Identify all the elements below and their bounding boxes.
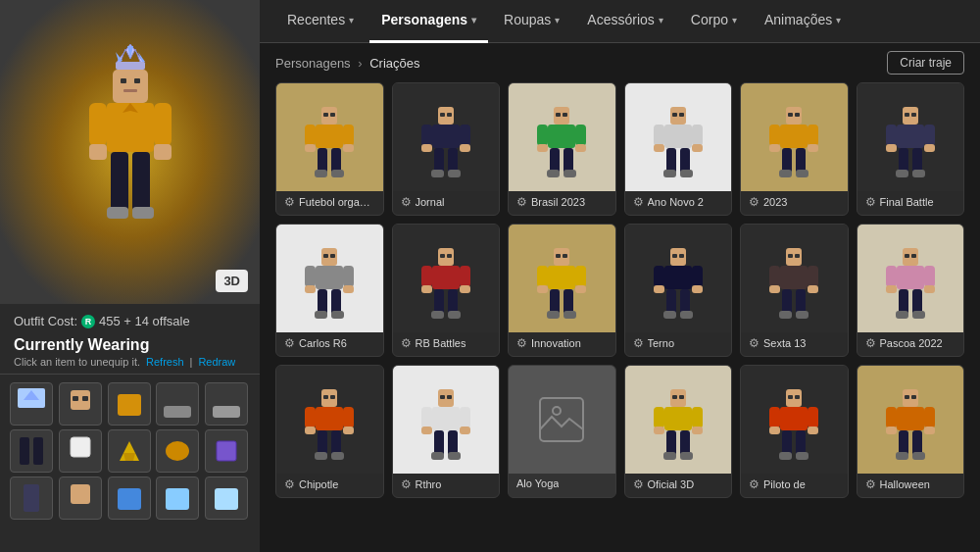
- chevron-down-icon: ▾: [732, 15, 737, 25]
- svg-rect-103: [886, 144, 897, 152]
- char-info: ⚙Pascoa 2022: [858, 332, 964, 356]
- svg-rect-220: [788, 395, 793, 399]
- char-card-jornal[interactable]: ⚙Jornal: [392, 82, 501, 216]
- item-slot[interactable]: [59, 429, 102, 473]
- char-name: RB Battles: [416, 337, 466, 349]
- char-thumbnail: [625, 225, 732, 332]
- svg-rect-5: [113, 70, 148, 103]
- svg-rect-187: [305, 427, 316, 434]
- item-slot[interactable]: [156, 477, 199, 520]
- svg-rect-59: [431, 170, 444, 177]
- refresh-link[interactable]: Refresh: [146, 356, 184, 368]
- svg-rect-89: [769, 125, 780, 146]
- breadcrumb-separator: ›: [358, 56, 366, 71]
- item-slot[interactable]: [59, 477, 102, 520]
- gear-icon[interactable]: ⚙: [516, 336, 527, 350]
- chevron-down-icon: ▾: [349, 15, 354, 25]
- gear-icon[interactable]: ⚙: [633, 195, 644, 209]
- char-info: ⚙Oficial 3D: [625, 474, 732, 497]
- svg-rect-90: [808, 125, 818, 146]
- gear-icon[interactable]: ⚙: [633, 336, 644, 350]
- svg-rect-198: [460, 407, 470, 428]
- char-card-chipotle[interactable]: ⚙Chipotle: [275, 365, 384, 498]
- svg-rect-150: [692, 266, 703, 287]
- svg-rect-179: [896, 311, 908, 319]
- gear-icon[interactable]: ⚙: [516, 195, 527, 209]
- svg-rect-78: [692, 125, 703, 146]
- char-card-oficial3d[interactable]: ⚙Oficial 3D: [624, 365, 733, 498]
- nav-item-animacoes[interactable]: Animações ▾: [753, 0, 853, 43]
- breadcrumb-bar: Personagens › Criações Criar traje: [260, 43, 980, 82]
- item-slot[interactable]: [10, 429, 53, 473]
- char-card-sexta13[interactable]: ⚙Sexta 13: [740, 224, 849, 357]
- item-slot[interactable]: [10, 382, 53, 426]
- gear-icon[interactable]: ⚙: [633, 477, 644, 491]
- item-slot[interactable]: [156, 429, 199, 473]
- char-card-pilotoDe[interactable]: ⚙Piloto de: [740, 365, 849, 498]
- char-card-aloYoga[interactable]: Alo Yoga: [508, 365, 616, 498]
- gear-icon[interactable]: ⚙: [284, 195, 295, 209]
- char-card-futebol[interactable]: ⚙Futebol organizac...: [275, 82, 384, 216]
- gear-icon[interactable]: ⚙: [401, 195, 412, 209]
- currently-wearing-title: Currently Wearing: [14, 336, 246, 354]
- gear-icon[interactable]: ⚙: [284, 477, 295, 491]
- char-card-anoNovo2[interactable]: ⚙Ano Novo 2: [624, 82, 733, 216]
- char-card-pascoa2022[interactable]: ⚙Pascoa 2022: [857, 224, 965, 357]
- svg-rect-188: [343, 427, 354, 434]
- item-slot[interactable]: [156, 382, 199, 426]
- char-name: Jornal: [416, 196, 445, 208]
- gear-icon[interactable]: ⚙: [284, 336, 295, 350]
- nav-item-corpo[interactable]: Corpo ▾: [679, 0, 749, 43]
- criar-traje-button[interactable]: Criar traje: [887, 51, 964, 75]
- char-card-brasil2023[interactable]: ⚙Brasil 2023: [508, 82, 616, 216]
- svg-rect-168: [796, 311, 808, 319]
- char-card-halloween[interactable]: ⚙Halloween: [857, 365, 965, 498]
- nav-item-personagens[interactable]: Personagens ▾: [369, 0, 488, 43]
- char-thumbnail: [858, 225, 964, 332]
- svg-rect-60: [448, 170, 461, 177]
- svg-rect-63: [563, 113, 567, 117]
- char-thumbnail: [625, 83, 732, 191]
- nav-item-acessorios[interactable]: Acessórios ▾: [575, 0, 674, 43]
- gear-icon[interactable]: ⚙: [865, 477, 876, 491]
- svg-rect-137: [537, 266, 548, 287]
- item-slot[interactable]: [205, 477, 248, 520]
- gear-icon[interactable]: ⚙: [749, 336, 760, 350]
- avatar-3d-badge[interactable]: 3D: [216, 270, 248, 292]
- char-card-rthro[interactable]: ⚙Rthro: [392, 365, 501, 498]
- item-slot[interactable]: [108, 429, 151, 473]
- nav-item-roupas[interactable]: Roupas ▾: [492, 0, 571, 43]
- gear-icon[interactable]: ⚙: [401, 336, 412, 350]
- char-info: ⚙Futebol organizac...: [276, 191, 383, 215]
- item-slot[interactable]: [59, 382, 102, 426]
- char-card-terno[interactable]: ⚙Terno: [624, 224, 733, 357]
- gear-icon[interactable]: ⚙: [749, 195, 760, 209]
- svg-rect-173: [886, 266, 897, 287]
- svg-rect-31: [217, 441, 236, 461]
- gear-icon[interactable]: ⚙: [865, 195, 876, 209]
- item-slot[interactable]: [10, 477, 53, 520]
- char-card-rbBattles[interactable]: ⚙RB Battles: [392, 224, 501, 357]
- svg-rect-147: [679, 254, 684, 258]
- char-card-finalBattle[interactable]: ⚙Final Battle: [857, 82, 965, 216]
- char-info: ⚙Jornal: [393, 191, 500, 215]
- char-card-innovation[interactable]: ⚙Innovation: [508, 224, 616, 357]
- svg-rect-50: [440, 113, 445, 117]
- gear-icon[interactable]: ⚙: [401, 477, 412, 491]
- gear-icon[interactable]: ⚙: [865, 336, 876, 350]
- svg-rect-218: [680, 452, 693, 460]
- nav-item-recentes[interactable]: Recentes ▾: [275, 0, 366, 43]
- item-slot[interactable]: [108, 382, 151, 426]
- item-slot[interactable]: [108, 477, 151, 520]
- gear-icon[interactable]: ⚙: [749, 477, 760, 491]
- item-slot[interactable]: [205, 429, 248, 473]
- char-card-2023[interactable]: ⚙2023: [740, 82, 849, 216]
- redraw-link[interactable]: Redraw: [198, 356, 235, 368]
- svg-rect-180: [912, 311, 925, 319]
- char-card-carlosR6[interactable]: ⚙Carlos R6: [275, 224, 384, 357]
- svg-rect-108: [912, 170, 925, 177]
- item-slot[interactable]: [205, 382, 248, 426]
- svg-rect-66: [575, 125, 586, 146]
- svg-rect-43: [305, 144, 316, 152]
- items-grid: [0, 375, 260, 527]
